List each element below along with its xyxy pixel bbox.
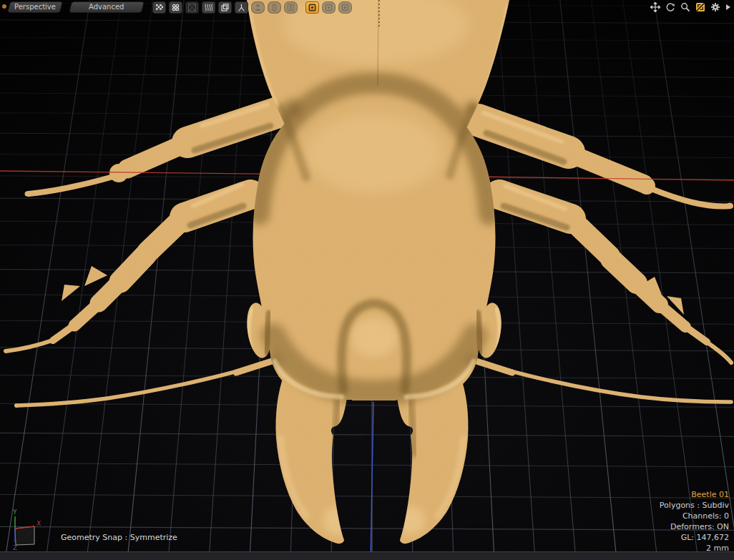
zoom-view-icon[interactable]	[680, 2, 690, 12]
skeleton-figure-button[interactable]	[235, 1, 248, 14]
square-fill-icon	[341, 4, 349, 11]
bottom-panel-edge	[0, 551, 734, 560]
shading-checker-button[interactable]	[152, 1, 166, 14]
x-axis-label: X	[36, 520, 41, 527]
axis-gizmo[interactable]: Y X Z	[6, 506, 56, 558]
toggle-quad-view-icon[interactable]	[695, 2, 705, 12]
waves-icon	[205, 4, 212, 11]
y-axis-label: Y	[12, 509, 17, 516]
ghost-figure-button[interactable]	[251, 1, 265, 14]
workplane-square	[15, 526, 34, 545]
channels-readout: Channels: 0	[660, 511, 729, 521]
item-info-overlay: Beetle 01 Polygons : Subdiv Channels: 0 …	[660, 489, 729, 554]
view-controls	[650, 1, 731, 13]
center-fill-button[interactable]	[338, 1, 352, 14]
person-icon	[254, 4, 262, 11]
center-symmetry-button[interactable]	[322, 1, 336, 14]
deformers-readout: Deformers: ON	[660, 521, 729, 532]
capsule-single-button[interactable]	[268, 1, 281, 14]
shading-mode-dropdown[interactable]: Advanced	[69, 1, 145, 13]
center-symmetry-active-button[interactable]	[305, 1, 319, 14]
geometry-snap-status: Geometry Snap : Symmetrize	[61, 533, 177, 542]
layers-icon	[221, 4, 229, 11]
viewport-settings-gear-icon[interactable]	[710, 2, 720, 12]
square-dot-icon	[325, 4, 333, 11]
double-capsule-icon	[287, 4, 295, 11]
viewport-3d[interactable]	[0, 0, 734, 560]
gl-count-readout: GL: 147,672	[660, 532, 729, 543]
square-dot-icon	[308, 4, 316, 11]
viewport-state-dot[interactable]	[2, 4, 6, 9]
pan-view-icon[interactable]	[650, 2, 660, 12]
backdrop-image-button[interactable]	[185, 1, 199, 14]
item-name: Beetle 01	[660, 489, 729, 500]
checkerboard-icon	[155, 4, 163, 11]
figure-axis-icon	[238, 4, 245, 11]
shading-mode-label: Advanced	[89, 4, 124, 11]
camera-mode-label: Perspective	[14, 4, 56, 11]
z-axis-label: Z	[13, 544, 17, 551]
ghost-overlay-button[interactable]	[218, 1, 232, 14]
modeling-viewport-window: Perspective Advanced	[0, 0, 734, 560]
capsule-icon	[270, 4, 278, 11]
more-options-arrow-icon[interactable]	[725, 4, 731, 11]
orbit-view-icon[interactable]	[665, 2, 675, 12]
camera-mode-dropdown[interactable]: Perspective	[7, 1, 63, 13]
matcap-spheres-button[interactable]	[169, 1, 182, 14]
backdrop-icon	[188, 4, 196, 11]
polygons-readout: Polygons : Subdiv	[660, 500, 729, 511]
wireframe-waves-button[interactable]	[202, 1, 215, 14]
spheres-icon	[172, 4, 180, 11]
capsule-double-button[interactable]	[284, 1, 298, 14]
